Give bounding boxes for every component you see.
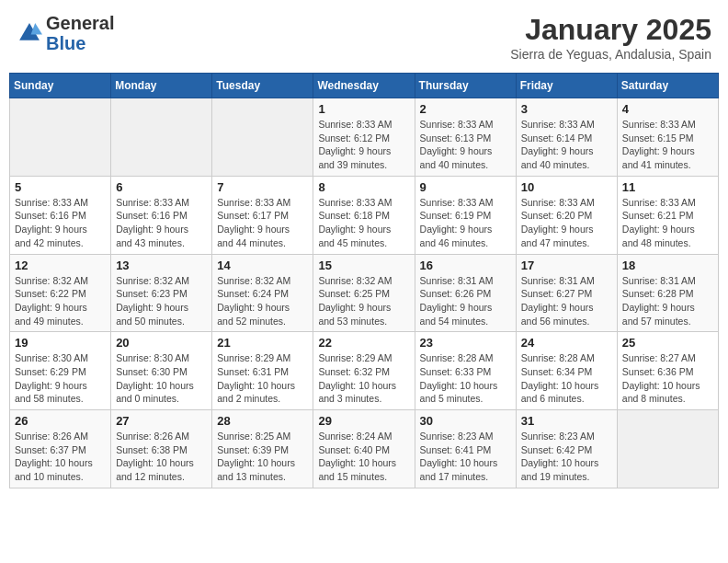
calendar-cell: 28Sunrise: 8:25 AM Sunset: 6:39 PM Dayli… bbox=[212, 410, 313, 488]
calendar-cell: 18Sunrise: 8:31 AM Sunset: 6:28 PM Dayli… bbox=[617, 254, 718, 332]
day-number: 21 bbox=[217, 336, 308, 350]
day-info: Sunrise: 8:33 AM Sunset: 6:19 PM Dayligh… bbox=[420, 196, 511, 250]
weekday-header-thursday: Thursday bbox=[415, 74, 516, 98]
calendar-cell bbox=[111, 98, 212, 177]
day-number: 19 bbox=[15, 336, 106, 350]
day-number: 5 bbox=[15, 180, 106, 194]
calendar-cell: 30Sunrise: 8:23 AM Sunset: 6:41 PM Dayli… bbox=[415, 410, 516, 488]
weekday-header-monday: Monday bbox=[111, 74, 212, 98]
calendar-cell: 26Sunrise: 8:26 AM Sunset: 6:37 PM Dayli… bbox=[10, 410, 111, 488]
day-number: 24 bbox=[521, 336, 612, 350]
calendar-cell: 8Sunrise: 8:33 AM Sunset: 6:18 PM Daylig… bbox=[313, 176, 415, 254]
month-title: January 2025 bbox=[510, 13, 711, 47]
day-info: Sunrise: 8:24 AM Sunset: 6:40 PM Dayligh… bbox=[318, 430, 409, 484]
day-number: 8 bbox=[318, 180, 409, 194]
day-number: 3 bbox=[521, 102, 612, 116]
day-info: Sunrise: 8:33 AM Sunset: 6:15 PM Dayligh… bbox=[622, 118, 713, 172]
calendar-cell: 7Sunrise: 8:33 AM Sunset: 6:17 PM Daylig… bbox=[212, 176, 313, 254]
day-number: 9 bbox=[420, 180, 511, 194]
day-number: 12 bbox=[15, 259, 106, 272]
day-info: Sunrise: 8:32 AM Sunset: 6:25 PM Dayligh… bbox=[318, 274, 409, 328]
day-info: Sunrise: 8:32 AM Sunset: 6:23 PM Dayligh… bbox=[116, 274, 207, 328]
day-number: 25 bbox=[622, 336, 713, 350]
day-info: Sunrise: 8:29 AM Sunset: 6:32 PM Dayligh… bbox=[318, 351, 409, 406]
weekday-header-saturday: Saturday bbox=[617, 74, 718, 98]
calendar-cell: 24Sunrise: 8:28 AM Sunset: 6:34 PM Dayli… bbox=[516, 332, 617, 410]
calendar-table: SundayMondayTuesdayWednesdayThursdayFrid… bbox=[9, 73, 719, 488]
calendar-cell: 17Sunrise: 8:31 AM Sunset: 6:27 PM Dayli… bbox=[516, 254, 617, 332]
weekday-header-sunday: Sunday bbox=[10, 74, 111, 98]
day-number: 15 bbox=[318, 259, 409, 272]
day-number: 11 bbox=[622, 180, 713, 194]
calendar-cell: 16Sunrise: 8:31 AM Sunset: 6:26 PM Dayli… bbox=[415, 254, 516, 332]
day-info: Sunrise: 8:25 AM Sunset: 6:39 PM Dayligh… bbox=[217, 430, 308, 484]
calendar-cell: 1Sunrise: 8:33 AM Sunset: 6:12 PM Daylig… bbox=[313, 98, 415, 177]
day-number: 10 bbox=[521, 180, 612, 194]
day-info: Sunrise: 8:30 AM Sunset: 6:29 PM Dayligh… bbox=[15, 351, 106, 406]
day-number: 20 bbox=[116, 336, 207, 350]
day-info: Sunrise: 8:31 AM Sunset: 6:26 PM Dayligh… bbox=[420, 274, 511, 328]
calendar-cell bbox=[617, 410, 718, 488]
day-info: Sunrise: 8:31 AM Sunset: 6:27 PM Dayligh… bbox=[521, 274, 612, 328]
day-number: 26 bbox=[15, 414, 106, 428]
weekday-header-tuesday: Tuesday bbox=[212, 74, 313, 98]
day-info: Sunrise: 8:23 AM Sunset: 6:41 PM Dayligh… bbox=[420, 430, 511, 484]
calendar-cell: 5Sunrise: 8:33 AM Sunset: 6:16 PM Daylig… bbox=[10, 176, 111, 254]
calendar-cell: 4Sunrise: 8:33 AM Sunset: 6:15 PM Daylig… bbox=[617, 98, 718, 177]
calendar-cell: 2Sunrise: 8:33 AM Sunset: 6:13 PM Daylig… bbox=[415, 98, 516, 177]
calendar-cell bbox=[10, 98, 111, 177]
day-number: 23 bbox=[420, 336, 511, 350]
calendar-cell: 6Sunrise: 8:33 AM Sunset: 6:16 PM Daylig… bbox=[111, 176, 212, 254]
day-info: Sunrise: 8:30 AM Sunset: 6:30 PM Dayligh… bbox=[116, 351, 207, 406]
day-info: Sunrise: 8:33 AM Sunset: 6:21 PM Dayligh… bbox=[622, 196, 713, 250]
day-info: Sunrise: 8:26 AM Sunset: 6:38 PM Dayligh… bbox=[116, 430, 207, 484]
day-number: 30 bbox=[420, 414, 511, 428]
day-info: Sunrise: 8:33 AM Sunset: 6:18 PM Dayligh… bbox=[318, 196, 409, 250]
day-number: 22 bbox=[318, 336, 409, 350]
title-block: January 2025 Sierra de Yeguas, Andalusia… bbox=[510, 13, 711, 62]
location-title: Sierra de Yeguas, Andalusia, Spain bbox=[510, 47, 711, 62]
calendar-cell: 15Sunrise: 8:32 AM Sunset: 6:25 PM Dayli… bbox=[313, 254, 415, 332]
day-info: Sunrise: 8:28 AM Sunset: 6:34 PM Dayligh… bbox=[521, 351, 612, 406]
day-number: 6 bbox=[116, 180, 207, 194]
calendar-cell: 27Sunrise: 8:26 AM Sunset: 6:38 PM Dayli… bbox=[111, 410, 212, 488]
day-number: 31 bbox=[521, 414, 612, 428]
calendar-cell: 11Sunrise: 8:33 AM Sunset: 6:21 PM Dayli… bbox=[617, 176, 718, 254]
weekday-header-wednesday: Wednesday bbox=[313, 74, 415, 98]
day-number: 17 bbox=[521, 259, 612, 272]
day-number: 2 bbox=[420, 102, 511, 116]
calendar-cell: 13Sunrise: 8:32 AM Sunset: 6:23 PM Dayli… bbox=[111, 254, 212, 332]
day-info: Sunrise: 8:23 AM Sunset: 6:42 PM Dayligh… bbox=[521, 430, 612, 484]
calendar-cell: 14Sunrise: 8:32 AM Sunset: 6:24 PM Dayli… bbox=[212, 254, 313, 332]
day-info: Sunrise: 8:33 AM Sunset: 6:17 PM Dayligh… bbox=[217, 196, 308, 250]
day-info: Sunrise: 8:33 AM Sunset: 6:16 PM Dayligh… bbox=[116, 196, 207, 250]
calendar-cell: 22Sunrise: 8:29 AM Sunset: 6:32 PM Dayli… bbox=[313, 332, 415, 410]
day-number: 18 bbox=[622, 259, 713, 272]
calendar-cell bbox=[212, 98, 313, 177]
day-info: Sunrise: 8:33 AM Sunset: 6:12 PM Dayligh… bbox=[318, 118, 409, 172]
day-number: 27 bbox=[116, 414, 207, 428]
calendar-cell: 23Sunrise: 8:28 AM Sunset: 6:33 PM Dayli… bbox=[415, 332, 516, 410]
calendar-cell: 31Sunrise: 8:23 AM Sunset: 6:42 PM Dayli… bbox=[516, 410, 617, 488]
day-info: Sunrise: 8:26 AM Sunset: 6:37 PM Dayligh… bbox=[15, 430, 106, 484]
calendar-cell: 10Sunrise: 8:33 AM Sunset: 6:20 PM Dayli… bbox=[516, 176, 617, 254]
day-info: Sunrise: 8:31 AM Sunset: 6:28 PM Dayligh… bbox=[622, 274, 713, 328]
day-number: 1 bbox=[318, 102, 409, 116]
day-info: Sunrise: 8:33 AM Sunset: 6:20 PM Dayligh… bbox=[521, 196, 612, 250]
calendar-cell: 21Sunrise: 8:29 AM Sunset: 6:31 PM Dayli… bbox=[212, 332, 313, 410]
logo-text: General Blue bbox=[46, 13, 114, 53]
day-info: Sunrise: 8:33 AM Sunset: 6:13 PM Dayligh… bbox=[420, 118, 511, 172]
day-number: 29 bbox=[318, 414, 409, 428]
calendar-cell: 19Sunrise: 8:30 AM Sunset: 6:29 PM Dayli… bbox=[10, 332, 111, 410]
day-number: 14 bbox=[217, 259, 308, 272]
day-info: Sunrise: 8:32 AM Sunset: 6:22 PM Dayligh… bbox=[15, 274, 106, 328]
calendar-cell: 9Sunrise: 8:33 AM Sunset: 6:19 PM Daylig… bbox=[415, 176, 516, 254]
day-info: Sunrise: 8:33 AM Sunset: 6:16 PM Dayligh… bbox=[15, 196, 106, 250]
logo: General Blue bbox=[17, 13, 114, 53]
day-info: Sunrise: 8:28 AM Sunset: 6:33 PM Dayligh… bbox=[420, 351, 511, 406]
day-info: Sunrise: 8:33 AM Sunset: 6:14 PM Dayligh… bbox=[521, 118, 612, 172]
day-number: 16 bbox=[420, 259, 511, 272]
calendar-cell: 12Sunrise: 8:32 AM Sunset: 6:22 PM Dayli… bbox=[10, 254, 111, 332]
day-number: 7 bbox=[217, 180, 308, 194]
day-info: Sunrise: 8:27 AM Sunset: 6:36 PM Dayligh… bbox=[622, 351, 713, 406]
